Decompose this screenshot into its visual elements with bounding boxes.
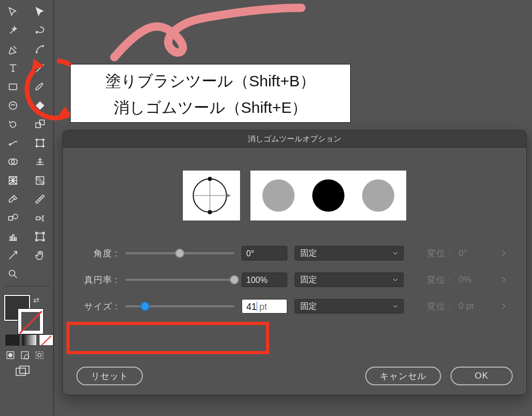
svg-point-37 [208,210,212,214]
blend-tool[interactable] [4,209,22,227]
size-label: サイズ : [76,301,118,313]
artboard-tool[interactable] [31,228,49,245]
toolbar-divider [4,286,50,287]
swap-colors-icon[interactable]: ⇄ [33,296,39,304]
line-segment-tool[interactable] [31,59,49,77]
svg-rect-20 [37,233,44,240]
dialog-footer: リセット キャンセル OK [63,367,526,385]
angle-slider[interactable] [125,252,234,254]
draw-normal-icon[interactable] [5,350,16,360]
gradient-tool[interactable] [31,172,49,189]
tooltip-blob-brush: 塗りブラシツール（Shift+B） [79,68,342,94]
svg-rect-17 [10,237,12,240]
angle-row: 角度 : 0° 固定 変位 : 0° [76,242,513,264]
curvature-tool[interactable] [31,41,49,58]
angle-mode-value: 固定 [300,248,317,259]
size-mode-value: 固定 [300,301,317,312]
shaper-tool[interactable] [4,97,22,114]
svg-rect-28 [16,368,25,375]
paintbrush-tool[interactable] [31,78,49,96]
angle-variation-label: 変位 : [411,248,451,259]
perspective-grid-tool[interactable] [31,153,49,171]
rectangle-tool[interactable] [4,78,22,96]
roundness-variation-value: 0% [459,275,494,285]
roundness-value-input[interactable]: 100% [242,272,287,287]
magic-wand-tool[interactable] [4,22,22,40]
svg-point-2 [9,102,17,110]
brush-angle-preview[interactable] [183,171,240,220]
color-swatch[interactable]: ⇄ [4,295,46,331]
color-mode-row [5,334,54,346]
selection-tool[interactable] [4,3,22,21]
tooltip-eraser: 消しゴムツール（Shift+E） [79,94,342,121]
size-slider-thumb[interactable] [140,302,150,311]
angle-slider-thumb[interactable] [175,249,184,258]
eyedropper-tool[interactable] [4,190,22,208]
roundness-slider[interactable] [125,279,234,281]
type-tool[interactable] [4,59,22,77]
roundness-slider-thumb[interactable] [230,275,239,284]
chevron-right-icon [501,303,506,309]
size-slider[interactable] [125,305,234,307]
text-caret [257,302,257,311]
chevron-down-icon [393,252,398,255]
free-transform-tool[interactable] [31,134,49,152]
slice-tool[interactable] [4,246,22,264]
brush-preview-mid [312,179,344,212]
tool-tooltip: 塗りブラシツール（Shift+B） 消しゴムツール（Shift+E） [70,64,351,123]
zoom-tool[interactable] [4,265,22,283]
size-value-number: 41 [246,302,257,312]
mesh-tool[interactable] [4,172,22,189]
eraser-options-dialog: 消しゴムツールオプション 角度 : [62,130,527,395]
draw-behind-icon[interactable] [20,350,30,360]
size-variation-value: 0 pt [459,301,494,311]
svg-rect-1 [9,84,17,90]
draw-inside-icon[interactable] [34,350,45,360]
size-value-unit: pt [259,302,267,312]
color-mode-gradient[interactable] [22,334,36,346]
svg-point-0 [36,31,37,33]
svg-rect-18 [12,235,14,240]
rotate-tool[interactable] [4,115,22,133]
ok-button[interactable]: OK [450,367,513,385]
reset-button[interactable]: リセット [76,367,143,385]
size-value-input[interactable]: 41pt [242,299,287,314]
brush-preview-min [262,179,295,212]
screen-mode-icon[interactable] [16,366,54,379]
brush-size-preview [250,171,406,220]
scale-tool[interactable] [31,115,49,133]
canvas-brush-stroke [99,0,317,73]
symbol-sprayer-tool[interactable] [31,209,49,227]
roundness-mode-dropdown[interactable]: 固定 [295,272,404,287]
toolbar: ⇄ [0,0,54,416]
size-mode-dropdown[interactable]: 固定 [295,299,404,314]
chevron-down-icon [393,278,398,281]
eraser-tool[interactable] [31,97,49,114]
cancel-button[interactable]: キャンセル [365,367,441,385]
measure-tool[interactable] [31,190,49,208]
stroke-color-swatch[interactable] [18,308,44,334]
angle-label: 角度 : [76,248,118,259]
hand-tool[interactable] [31,246,49,264]
pen-tool[interactable] [4,41,22,58]
roundness-mode-value: 固定 [300,275,317,285]
angle-mode-dropdown[interactable]: 固定 [295,246,404,261]
brush-preview-max [362,179,394,212]
color-mode-none[interactable] [39,334,54,346]
svg-rect-29 [20,366,29,373]
toolbar-grid [0,3,54,289]
column-graph-tool[interactable] [4,228,22,245]
direct-selection-tool[interactable] [31,3,49,21]
lasso-tool[interactable] [31,22,49,40]
svg-point-15 [13,214,18,219]
shape-builder-tool[interactable] [4,153,22,171]
svg-point-21 [9,270,15,276]
dialog-footer-right: キャンセル OK [365,367,513,385]
angle-value-input[interactable]: 0° [242,246,287,261]
roundness-variation-label: 変位 : [411,274,451,286]
draw-mode-row [5,350,54,360]
dialog-title: 消しゴムツールオプション [63,131,526,148]
svg-point-23 [9,354,12,357]
width-tool[interactable] [4,134,22,152]
color-mode-solid[interactable] [5,334,20,346]
